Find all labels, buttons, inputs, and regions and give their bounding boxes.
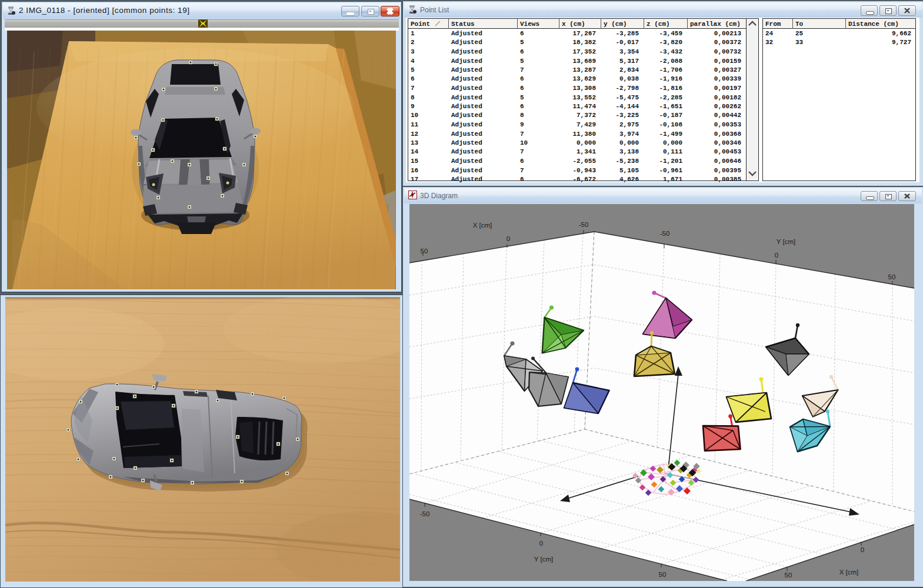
svg-text:50: 50 [785,572,792,579]
svg-text:-50: -50 [579,221,589,228]
svg-text:0: 0 [775,252,778,259]
svg-text:0: 0 [507,235,510,242]
svg-text:-50: -50 [420,510,430,517]
svg-text:X [cm]: X [cm] [839,569,859,576]
svg-text:Y [cm]: Y [cm] [777,238,795,245]
svg-text:0: 0 [861,546,864,553]
svg-text:50: 50 [659,571,667,578]
svg-text:0: 0 [539,540,543,547]
svg-text:Y [cm]: Y [cm] [534,556,553,563]
svg-text:50: 50 [888,273,896,280]
svg-text:-50: -50 [660,230,670,237]
svg-text:X [cm]: X [cm] [473,222,492,229]
svg-text:50: 50 [421,248,428,255]
